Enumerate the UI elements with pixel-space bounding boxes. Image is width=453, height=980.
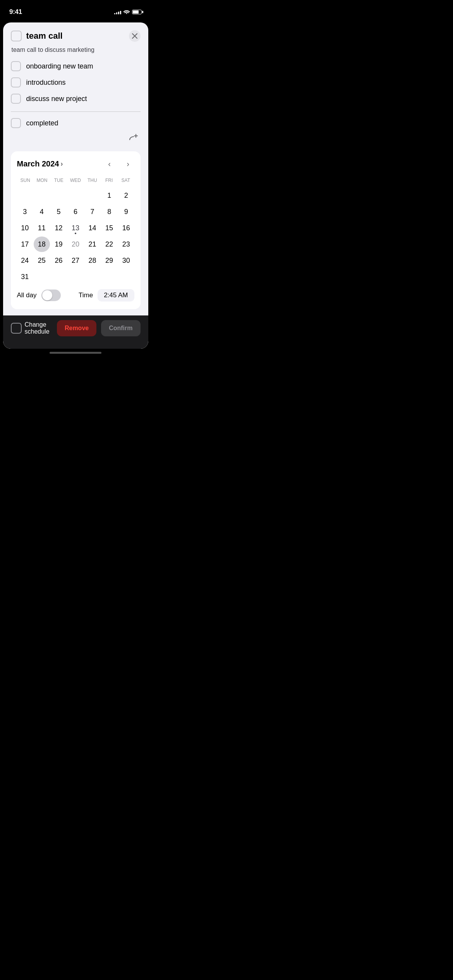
checklist-item: discuss new project — [11, 94, 141, 104]
month-chevron-icon: › — [60, 160, 63, 168]
calendar-day-31[interactable]: 31 — [17, 269, 33, 284]
calendar-day-29[interactable]: 29 — [101, 253, 117, 268]
calendar-day-12[interactable]: 12 — [51, 220, 67, 236]
time-section: Time 2:45 AM — [79, 289, 134, 302]
calendar-day-9[interactable]: 9 — [118, 204, 134, 219]
time-label: Time — [79, 291, 93, 299]
status-bar: 9:41 — [0, 0, 151, 19]
checklist-item: onboarding new team — [11, 61, 141, 71]
checkbox-completed[interactable] — [11, 118, 21, 128]
calendar-day-11[interactable]: 11 — [34, 220, 50, 236]
calendar-day-1[interactable]: 1 — [101, 188, 117, 203]
close-button[interactable] — [129, 30, 141, 42]
empty-cell — [84, 188, 101, 203]
calendar-day-8[interactable]: 8 — [101, 204, 117, 219]
time-row: All day Time 2:45 AM — [17, 284, 134, 303]
empty-cell — [34, 188, 50, 203]
all-day-label: All day — [17, 291, 37, 299]
signal-icon — [114, 10, 121, 14]
calendar-days-grid: 1 2 3 4 5 6 7 8 9 10 11 12 13 14 15 16 — [17, 188, 134, 284]
calendar-day-17[interactable]: 17 — [17, 236, 33, 252]
calendar-day-22[interactable]: 22 — [101, 236, 117, 252]
card-header: team call — [11, 30, 141, 42]
calendar-day-18[interactable]: 18 — [34, 236, 50, 252]
calendar-day-7[interactable]: 7 — [84, 204, 101, 219]
calendar-day-16[interactable]: 16 — [118, 220, 134, 236]
card-content: team call team call to discuss marketing… — [3, 22, 148, 315]
all-day-section: All day — [17, 290, 61, 301]
calendar-day-21[interactable]: 21 — [84, 236, 101, 252]
calendar-day-23[interactable]: 23 — [118, 236, 134, 252]
checkbox-discuss[interactable] — [11, 94, 21, 104]
calendar-day-5[interactable]: 5 — [51, 204, 67, 219]
status-time: 9:41 — [9, 8, 22, 16]
checkbox-introductions[interactable] — [11, 77, 21, 87]
calendar-day-14[interactable]: 14 — [84, 220, 101, 236]
dow-mon: MON — [34, 176, 50, 185]
confirm-button[interactable]: Confirm — [101, 320, 140, 336]
task-title: team call — [26, 31, 124, 41]
task-subtitle: team call to discuss marketing — [11, 46, 141, 53]
calendar-day-25[interactable]: 25 — [34, 253, 50, 268]
checkbox-onboarding[interactable] — [11, 61, 21, 71]
calendar-day-24[interactable]: 24 — [17, 253, 33, 268]
main-card: team call team call to discuss marketing… — [3, 22, 148, 349]
status-icons — [114, 9, 142, 15]
dow-tue: TUE — [50, 176, 67, 185]
next-month-button[interactable]: › — [122, 158, 134, 170]
checklist-label: discuss new project — [26, 95, 87, 103]
home-indicator — [0, 349, 151, 355]
calendar-day-26[interactable]: 26 — [51, 253, 67, 268]
calendar-day-4[interactable]: 4 — [34, 204, 50, 219]
empty-cell — [17, 188, 33, 203]
all-day-toggle[interactable] — [41, 290, 61, 301]
calendar-day-30[interactable]: 30 — [118, 253, 134, 268]
checklist-item: introductions — [11, 77, 141, 87]
days-of-week: SUN MON TUE WED THU FRI SAT — [17, 176, 134, 185]
schedule-icon — [11, 323, 22, 334]
calendar-day-27[interactable]: 27 — [67, 253, 84, 268]
completed-item: completed — [11, 118, 141, 128]
calendar-day-19[interactable]: 19 — [51, 236, 67, 252]
dow-fri: FRI — [101, 176, 117, 185]
change-schedule-label: Change schedule — [25, 321, 52, 335]
calendar-header: March 2024 › ‹ › — [17, 158, 134, 170]
remove-button[interactable]: Remove — [57, 320, 96, 336]
checklist-label: onboarding new team — [26, 62, 93, 70]
bottom-bar: Change schedule Remove Confirm — [3, 315, 148, 349]
add-item-button[interactable] — [127, 131, 141, 145]
dow-thu: THU — [84, 176, 101, 185]
empty-cell — [51, 188, 67, 203]
divider — [11, 111, 141, 112]
calendar-day-20[interactable]: 20 — [67, 236, 84, 252]
add-btn-area — [11, 128, 141, 151]
time-value[interactable]: 2:45 AM — [98, 289, 134, 302]
calendar-day-13[interactable]: 13 — [67, 220, 84, 236]
wifi-icon — [124, 9, 130, 15]
change-schedule-button[interactable]: Change schedule — [11, 321, 52, 335]
calendar-nav: ‹ › — [103, 158, 134, 170]
calendar-day-15[interactable]: 15 — [101, 220, 117, 236]
dow-wed: WED — [67, 176, 84, 185]
calendar-day-6[interactable]: 6 — [67, 204, 84, 219]
dow-sun: SUN — [17, 176, 34, 185]
calendar-day-2[interactable]: 2 — [118, 188, 134, 203]
dow-sat: SAT — [117, 176, 134, 185]
toggle-knob — [42, 290, 52, 300]
calendar-day-10[interactable]: 10 — [17, 220, 33, 236]
calendar-month[interactable]: March 2024 › — [17, 159, 63, 168]
calendar-day-3[interactable]: 3 — [17, 204, 33, 219]
completed-label: completed — [26, 119, 58, 127]
checklist: onboarding new team introductions discus… — [11, 61, 141, 104]
calendar-section: March 2024 › ‹ › SUN MON TUE WED THU FRI… — [11, 151, 141, 309]
calendar-day-28[interactable]: 28 — [84, 253, 101, 268]
home-bar — [50, 352, 101, 354]
task-checkbox[interactable] — [11, 31, 22, 41]
battery-icon — [132, 10, 142, 14]
empty-cell — [67, 188, 84, 203]
checklist-label: introductions — [26, 79, 66, 87]
prev-month-button[interactable]: ‹ — [103, 158, 116, 170]
